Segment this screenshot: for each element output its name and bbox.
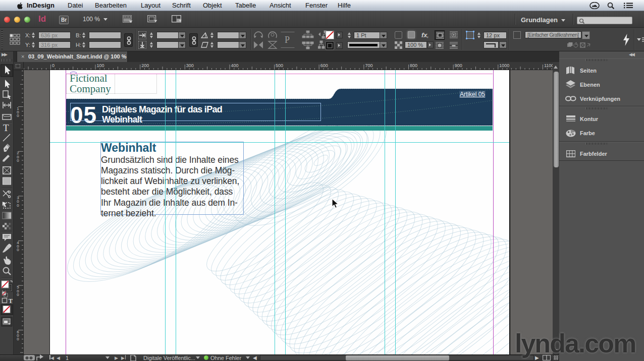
svg-text:T: T [3, 123, 9, 133]
svg-text:500: 500 [276, 63, 283, 68]
svg-text:300: 300 [186, 63, 194, 68]
svg-text:0: 0 [17, 292, 19, 297]
svg-text:900: 900 [455, 63, 462, 68]
svg-text:700: 700 [365, 63, 372, 68]
svg-text:0: 0 [17, 337, 19, 341]
svg-text:800: 800 [410, 63, 417, 68]
svg-text:200: 200 [141, 63, 149, 68]
svg-text:1000: 1000 [499, 63, 509, 68]
svg-text:0: 0 [17, 113, 19, 118]
svg-text:600: 600 [320, 63, 328, 68]
svg-text:100: 100 [97, 63, 104, 68]
svg-text:0: 0 [17, 158, 19, 163]
svg-text:1100: 1100 [544, 63, 553, 68]
svg-text:400: 400 [231, 63, 239, 68]
svg-text:0: 0 [17, 203, 19, 208]
svg-text:0: 0 [17, 248, 19, 252]
svg-text:0: 0 [52, 63, 55, 68]
svg-text:T: T [9, 297, 13, 305]
